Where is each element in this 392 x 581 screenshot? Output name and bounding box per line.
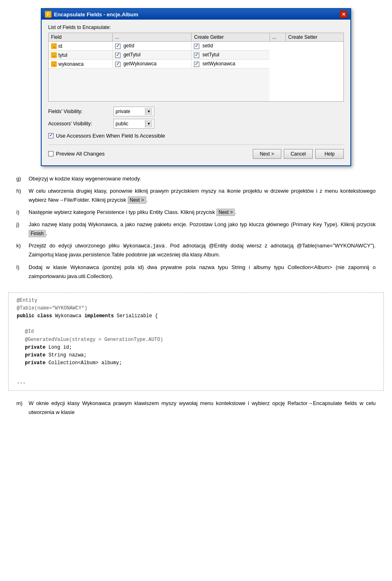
item-i-highlight: Next > <box>216 209 235 216</box>
accessors-visibility-select[interactable]: public ▼ <box>114 119 154 129</box>
item-h-text: W celu utworzenia drugiej klasy, ponowni… <box>29 188 376 203</box>
code-line-9: private Collection<Album> albumy; <box>25 359 375 367</box>
fields-dropdown-arrow[interactable]: ▼ <box>145 108 152 115</box>
fields-visibility-value: private <box>116 109 145 114</box>
encapsulate-fields-dialog: F Encapsulate Fields - encje.Album ✕ Lis… <box>41 8 351 166</box>
item-i-text-after: . <box>235 209 236 215</box>
item-j-label: j) <box>16 220 29 238</box>
table-row[interactable]: 🔒 id getId setId <box>49 42 343 51</box>
list-item-h: h) W celu utworzenia drugiej klasy, pono… <box>16 187 376 205</box>
item-k-label: k) <box>16 241 29 259</box>
table-row[interactable]: 🔒 tytul getTytul setTytul <box>49 51 343 60</box>
item-l-label: l) <box>16 263 29 281</box>
getter-name-tytul: getTytul <box>123 52 140 58</box>
item-i-label: i) <box>16 208 29 217</box>
setter-check-cell[interactable]: setWykonawca <box>192 60 270 69</box>
field-icon-tytul: 🔒 tytul <box>51 52 67 58</box>
list-item-m: m) W oknie edycji klasy Wykonawca prawym… <box>16 399 376 417</box>
code-line-2: @Table(name="WYKONAWCY") <box>17 305 375 312</box>
getter-name-id: getId <box>123 43 134 49</box>
getter-checkbox-tytul[interactable] <box>115 53 120 58</box>
item-i-text: Następnie wybierz kategorię Persistence … <box>29 209 216 215</box>
col-create-setter: Create Setter <box>285 33 343 42</box>
dialog-titlebar: F Encapsulate Fields - encje.Album ✕ <box>42 9 350 20</box>
fields-visibility-row: Fields' Visibility: private ▼ <box>48 107 344 116</box>
field-icon-wykonawca: 🔒 wykonawca <box>51 61 84 67</box>
accessors-dropdown-arrow[interactable]: ▼ <box>145 120 152 127</box>
item-m-label: m) <box>16 399 29 417</box>
section-label: List of Fields to Encapsulate: <box>48 24 344 30</box>
lock-icon: 🔒 <box>51 61 57 67</box>
code-line-blank2 <box>17 367 375 375</box>
preview-area: Preview All Changes <box>48 151 105 157</box>
col-dots2: ... <box>270 33 285 42</box>
visibility-section: Fields' Visibility: private ▼ Accessors'… <box>48 107 344 129</box>
setter-check-cell[interactable]: setId <box>192 42 270 51</box>
code-line-5: @Id <box>25 328 375 336</box>
item-j-content: Jako nazwę klasy podaj Wykonawca, a jako… <box>29 220 376 238</box>
accessor-checkbox-label: Use Accessors Even When Field Is Accessi… <box>56 133 165 139</box>
item-k-code: Wykonawca.java <box>122 243 165 249</box>
item-j-text: Jako nazwę klasy podaj Wykonawca, a jako… <box>29 221 376 227</box>
accessors-visibility-row: Accessors' Visibility: public ▼ <box>48 119 344 129</box>
item-k-text-before: Przejdź do edycji utworzonego pliku <box>29 243 122 249</box>
table-row[interactable]: 🔒 wykonawca getWykonawca setWykonawca <box>49 60 343 69</box>
code-ellipsis: ... <box>17 378 375 386</box>
setter-name-id: setId <box>203 43 213 49</box>
getter-checkbox-id[interactable] <box>115 44 120 49</box>
accessors-visibility-label: Accessors' Visibility: <box>48 121 114 127</box>
lock-icon: 🔒 <box>51 43 57 49</box>
setter-checkbox-id[interactable] <box>194 44 199 49</box>
setter-checkbox-tytul[interactable] <box>194 53 199 58</box>
fields-table-wrapper: Field ... Create Getter ... Create Sette… <box>48 33 344 102</box>
help-button[interactable]: Help <box>315 149 344 159</box>
dialog-close-button[interactable]: ✕ <box>340 11 347 18</box>
content-section-m: m) W oknie edycji klasy Wykonawca prawym… <box>0 395 392 424</box>
button-group: Next > Cancel Help <box>253 149 344 159</box>
setter-check-cell[interactable]: setTytul <box>192 51 270 60</box>
item-h-content: W celu utworzenia drugiej klasy, ponowni… <box>29 187 376 205</box>
code-block: @Entity @Table(name="WYKONAWCY") public … <box>8 292 384 391</box>
item-g-label: g) <box>16 174 29 183</box>
accessor-checkbox-row[interactable]: Use Accessors Even When Field Is Accessi… <box>48 133 344 139</box>
lock-icon: 🔒 <box>51 52 57 58</box>
fields-table: Field ... Create Getter ... Create Sette… <box>49 33 343 101</box>
fields-visibility-select[interactable]: private ▼ <box>114 107 154 116</box>
titlebar-left: F Encapsulate Fields - encje.Album <box>45 11 138 18</box>
list-item-l: l) Dodaj w klasie Wykonawca (poniżej pol… <box>16 263 376 281</box>
dialog-body: List of Fields to Encapsulate: Field ...… <box>42 20 350 165</box>
dialog-wrapper: F Encapsulate Fields - encje.Album ✕ Lis… <box>0 0 392 170</box>
getter-checkbox-wykonawca[interactable] <box>115 62 120 67</box>
next-button[interactable]: Next > <box>253 149 281 159</box>
getter-name-wykonawca: getWykonawca <box>123 61 156 67</box>
dialog-title: Encapsulate Fields - encje.Album <box>54 11 138 18</box>
accessor-checkbox[interactable] <box>48 133 53 138</box>
getter-check-cell[interactable]: getId <box>112 42 192 51</box>
preview-checkbox[interactable] <box>48 151 53 156</box>
item-k-content: Przejdź do edycji utworzonego pliku Wyko… <box>29 241 376 259</box>
code-line-7: private Long id; <box>25 344 375 352</box>
field-cell: 🔒 tytul <box>49 51 112 60</box>
dialog-bottom: Preview All Changes Next > Cancel Help <box>48 145 344 159</box>
list-item-j: j) Jako nazwę klasy podaj Wykonawca, a j… <box>16 220 376 238</box>
col-field: Field <box>49 33 112 42</box>
item-m-text: W oknie edycji klasy Wykonawca prawym kl… <box>29 399 376 417</box>
getter-check-cell[interactable]: getTytul <box>112 51 192 60</box>
item-g-text: Obejrzyj w kodzie klasy wygenerowane met… <box>29 174 376 183</box>
item-h-highlight: Next > <box>128 196 146 204</box>
setter-name-tytul: setTytul <box>203 52 219 58</box>
empty-row <box>49 69 343 101</box>
code-line-8: private String nazwa; <box>25 352 375 359</box>
setter-checkbox-wykonawca[interactable] <box>194 62 199 67</box>
cancel-button[interactable]: Cancel <box>284 149 313 159</box>
col-create-getter: Create Getter <box>192 33 270 42</box>
accessors-visibility-value: public <box>116 121 145 127</box>
setter-name-wykonawca: setWykonawca <box>203 61 236 67</box>
content-section: g) Obejrzyj w kodzie klasy wygenerowane … <box>0 170 392 288</box>
item-i-content: Następnie wybierz kategorię Persistence … <box>29 208 376 217</box>
getter-check-cell[interactable]: getWykonawca <box>112 60 192 69</box>
item-h-label: h) <box>16 187 29 205</box>
item-h-text-after: . <box>146 197 148 203</box>
field-icon-id: 🔒 id <box>51 43 62 49</box>
list-item-g: g) Obejrzyj w kodzie klasy wygenerowane … <box>16 174 376 183</box>
